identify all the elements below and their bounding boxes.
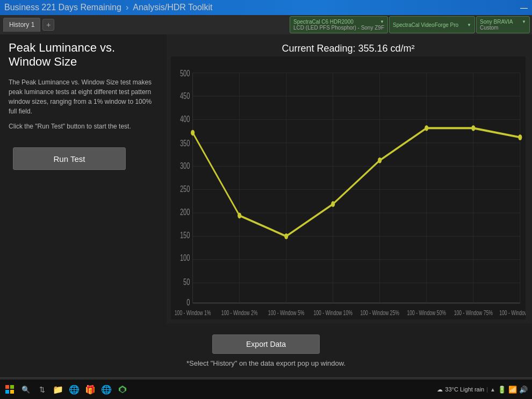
svg-point-45	[518, 134, 522, 140]
left-panel: Peak Luminance vs. Window Size The Peak …	[0, 34, 167, 324]
titlebar-minimize[interactable]: —	[520, 3, 528, 12]
start-button[interactable]	[2, 382, 17, 397]
titlebar-separator: ›	[126, 3, 128, 12]
titlebar-title: Business 221 Days Remaining	[4, 3, 121, 12]
content-area: Peak Luminance vs. Window Size The Peak …	[0, 34, 532, 377]
tab-history1[interactable]: History 1	[3, 18, 40, 32]
svg-rect-57	[10, 390, 14, 394]
svg-text:400: 400	[180, 114, 190, 124]
svg-point-43	[425, 125, 428, 131]
display-sub: Custom	[480, 25, 526, 31]
svg-point-38	[191, 130, 195, 136]
svg-rect-54	[5, 385, 9, 389]
svg-text:200: 200	[180, 207, 190, 217]
svg-rect-55	[10, 385, 14, 389]
svg-text:350: 350	[180, 138, 190, 148]
chart-container: 500 450 400 350 300 250 200 150 100 50 0	[171, 56, 526, 319]
svg-text:250: 250	[180, 184, 190, 194]
current-reading: Current Reading: 355.16 cd/m²	[171, 39, 526, 56]
description-text: The Peak Luminance vs. Window Size test …	[9, 77, 158, 116]
svg-text:300: 300	[180, 161, 190, 171]
bottom-area: Export Data *Select "History" on the dat…	[0, 324, 532, 377]
page-title: Peak Luminance vs. Window Size	[9, 41, 158, 69]
weather-text: 33°C Light rain	[445, 386, 484, 393]
svg-text:100 - Window 100%: 100 - Window 100%	[499, 309, 526, 317]
titlebar: Business 221 Days Remaining › Analysis/H…	[0, 0, 532, 15]
pattern-arrow: ▼	[467, 23, 471, 27]
taskbar-right: ☁ 33°C Light rain | ▲ 🔋 📶 🔊	[437, 386, 530, 394]
display-dropdown[interactable]: Sony BRAVIA ▼ Custom	[476, 16, 530, 33]
pattern-dropdown[interactable]: SpectraCal VideoForge Pro ▼	[389, 16, 475, 33]
svg-text:150: 150	[180, 230, 190, 240]
svg-point-41	[331, 201, 335, 207]
svg-text:50: 50	[183, 277, 190, 287]
run-test-button[interactable]: Run Test	[13, 147, 126, 170]
svg-text:100 - Window 25%: 100 - Window 25%	[361, 309, 400, 317]
gift-button[interactable]: 🎁	[83, 382, 98, 397]
network-icon: 📶	[508, 386, 517, 394]
file-explorer-button[interactable]: 📁	[51, 382, 66, 397]
hint-text: *Select "History" on the data export pop…	[186, 359, 346, 367]
meter-dropdown[interactable]: SpectraCal C6 HDR2000 ▼ LCD (LED PFS Pho…	[290, 16, 388, 33]
svg-point-42	[378, 158, 382, 163]
tabbar: History 1 + SpectraCal C6 HDR2000 ▼ LCD …	[0, 15, 532, 34]
svg-text:100 - Window 75%: 100 - Window 75%	[454, 309, 493, 317]
weather-icon: ☁	[437, 386, 443, 393]
svg-text:100 - Window 1%: 100 - Window 1%	[175, 309, 211, 317]
svg-point-44	[471, 125, 475, 131]
search-button[interactable]: 🔍	[18, 382, 33, 397]
svg-rect-56	[5, 390, 9, 394]
device-bar: SpectraCal C6 HDR2000 ▼ LCD (LED PFS Pho…	[290, 15, 532, 34]
svg-text:450: 450	[180, 91, 190, 101]
svg-text:500: 500	[180, 68, 190, 78]
svg-text:100 - Window 5%: 100 - Window 5%	[268, 309, 305, 317]
task-view-button[interactable]: ⇅	[34, 382, 49, 397]
svg-text:0: 0	[186, 297, 190, 308]
instructions-text: Click the "Run Test" button to start the…	[9, 122, 158, 131]
meter-sub: LCD (LED PFS Phosphor) - Sony Z9F	[293, 25, 384, 31]
pattern-name: SpectraCal VideoForge Pro	[393, 22, 458, 28]
chart-svg: 500 450 400 350 300 250 200 150 100 50 0	[171, 56, 526, 319]
svg-point-39	[238, 212, 241, 218]
volume-icon: 🔊	[519, 386, 528, 394]
browser-button[interactable]: 🌐	[67, 382, 82, 397]
export-data-button[interactable]: Export Data	[212, 334, 320, 354]
svg-text:100 - Window 2%: 100 - Window 2%	[221, 309, 258, 317]
taskbar: 🔍 ⇅ 📁 🌐 🎁 🌐 ☁ 33°C Light rain | ▲ 🔋 📶 🔊	[0, 380, 532, 399]
titlebar-subtitle: Analysis/HDR Toolkit	[133, 3, 212, 12]
svg-text:100 - Window 50%: 100 - Window 50%	[407, 309, 447, 317]
meter-arrow: ▼	[380, 19, 384, 24]
svg-text:100: 100	[180, 253, 190, 263]
tab-add-button[interactable]: +	[42, 19, 54, 31]
meter-name: SpectraCal C6 HDR2000	[293, 19, 354, 25]
svg-point-40	[284, 233, 288, 239]
top-section: Peak Luminance vs. Window Size The Peak …	[0, 34, 532, 324]
chart-panel: Current Reading: 355.16 cd/m²	[167, 34, 532, 324]
system-tray-up[interactable]: ▲	[490, 387, 495, 393]
extra-button[interactable]	[115, 382, 130, 397]
display-name: Sony BRAVIA	[480, 19, 513, 25]
display-arrow: ▼	[522, 19, 526, 24]
svg-text:100 - Window 10%: 100 - Window 10%	[313, 309, 353, 317]
taskbar-separator1: |	[486, 386, 488, 393]
titlebar-left: Business 221 Days Remaining › Analysis/H…	[4, 3, 212, 12]
edge-button[interactable]: 🌐	[99, 382, 114, 397]
battery-icon: 🔋	[498, 386, 506, 394]
